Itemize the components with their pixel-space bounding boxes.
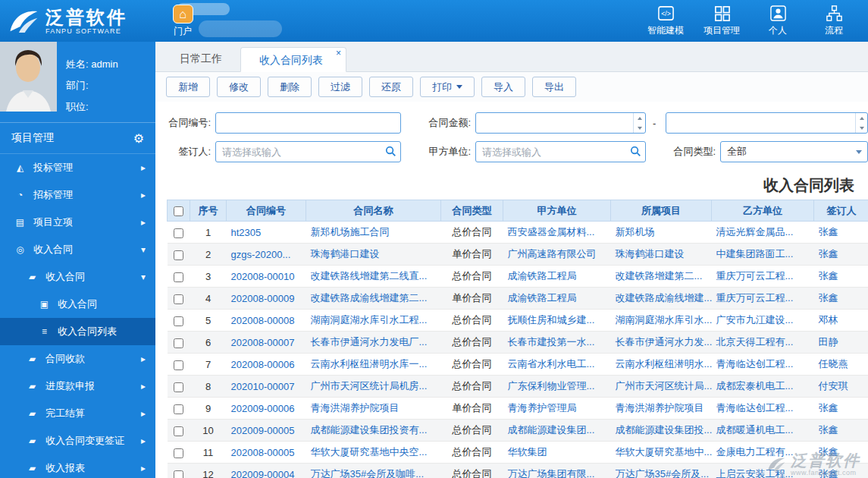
cell-link[interactable]: 改建铁路线增建第二线直... xyxy=(311,270,428,281)
cell-link[interactable]: 广安市九江建设... xyxy=(716,314,794,325)
column-header[interactable]: 乙方单位 xyxy=(712,200,814,222)
cell-link[interactable]: 改建铁路成渝线增建第二... xyxy=(311,292,428,303)
cell-link[interactable]: 202008-00009 xyxy=(231,293,295,304)
cell-link[interactable]: 重庆万可云工程... xyxy=(716,270,794,281)
cell-link[interactable]: 202008-00007 xyxy=(231,337,295,348)
row-checkbox[interactable] xyxy=(174,338,183,348)
nav-smart-modeling[interactable]: </> 智能建模 xyxy=(644,5,688,37)
restore-button[interactable]: 还原 xyxy=(369,77,413,97)
cell-link[interactable]: 湖南洞庭湖水库引水工程... xyxy=(311,314,428,325)
cell-link[interactable]: 新郑机场 xyxy=(616,226,655,237)
cell-link[interactable]: 湖南洞庭湖水库引水... xyxy=(616,314,712,325)
contract-type-select[interactable]: 全部 xyxy=(720,141,868,162)
cell-link[interactable]: 202008-00010 xyxy=(231,271,295,282)
cell-link[interactable]: 付安琪 xyxy=(819,380,848,392)
cell-link[interactable]: 张鑫 xyxy=(819,248,838,259)
gear-icon[interactable]: ⚙ xyxy=(133,131,144,146)
spinner-up-icon[interactable] xyxy=(634,113,645,123)
sidebar-item-income-contract-list[interactable]: ≡收入合同列表 xyxy=(0,318,155,345)
column-header[interactable]: 合同类型 xyxy=(441,200,503,222)
cell-link[interactable]: 成都能源建设集团投... xyxy=(616,424,712,436)
cell-link[interactable]: 成渝铁路工程局 xyxy=(508,270,577,281)
row-checkbox[interactable] xyxy=(174,294,183,304)
cell-link[interactable]: 西安盛器金属材料... xyxy=(508,226,595,237)
cell-link[interactable]: 广东保利物业管理... xyxy=(508,380,595,392)
import-button[interactable]: 导入 xyxy=(481,77,525,97)
cell-link[interactable]: 任晓燕 xyxy=(819,358,848,370)
cell-link[interactable]: 青海养护管理局 xyxy=(508,402,577,414)
cell-link[interactable]: 云南水利枢纽潜明水... xyxy=(616,358,712,370)
cell-link[interactable]: 张鑫 xyxy=(819,270,838,281)
cell-link[interactable]: 202009-00004 xyxy=(231,469,295,478)
spinner-down-icon[interactable] xyxy=(856,123,867,133)
party-a-input[interactable] xyxy=(475,141,646,162)
sidebar-item-income-contract-group[interactable]: ▰收入合同▾ xyxy=(0,263,155,291)
cell-link[interactable]: 张鑫 xyxy=(819,424,838,436)
cell-link[interactable]: 202008-00006 xyxy=(231,359,295,370)
cell-link[interactable]: ht2305 xyxy=(231,227,262,238)
cell-link[interactable]: 长春市伊通河水力发... xyxy=(616,336,712,347)
tab-daily-work[interactable]: 日常工作 xyxy=(161,46,240,71)
cell-link[interactable]: 202009-00006 xyxy=(231,403,295,414)
cell-link[interactable]: 华软大厦研究基地中... xyxy=(616,446,712,458)
cell-link[interactable]: 珠海鹤港口建设 xyxy=(311,248,380,259)
close-icon[interactable]: × xyxy=(336,49,341,58)
nav-project-management[interactable]: 项目管理 xyxy=(700,5,744,37)
cell-link[interactable]: 成都宏泰机电工... xyxy=(716,380,794,392)
signer-input[interactable] xyxy=(215,141,401,162)
tab-income-contract-list[interactable]: 收入合同列表 × xyxy=(240,47,346,72)
sidebar-item-tender-management[interactable]: ◔招标管理▸ xyxy=(0,181,155,209)
cell-link[interactable]: 广州市天河区统计局机房... xyxy=(311,380,428,392)
column-header[interactable]: 甲方单位 xyxy=(503,200,611,222)
column-header[interactable]: 序号 xyxy=(190,200,227,222)
cell-link[interactable]: 张鑫 xyxy=(819,292,838,303)
cell-link[interactable]: 张鑫 xyxy=(819,226,838,237)
contract-no-input[interactable] xyxy=(215,112,401,134)
table-row[interactable]: 4202008-00009改建铁路成渝线增建第二...单价合同成渝铁路工程局改建… xyxy=(168,288,868,310)
sidebar-item-income-contract-form[interactable]: ▣收入合同 xyxy=(0,291,155,318)
nav-personal[interactable]: 个人 xyxy=(756,5,800,37)
table-row[interactable]: 11202008-00005华软大厦研究基地中央空...总价合同华软集团华软大厦… xyxy=(168,442,868,464)
cell-link[interactable]: 成都能源建设集团... xyxy=(508,424,595,436)
print-button[interactable]: 打印 xyxy=(420,77,475,97)
table-row[interactable]: 3202008-00010改建铁路线增建第二线直...总价合同成渝铁路工程局改建… xyxy=(168,266,868,288)
spinner-up-icon[interactable] xyxy=(856,113,867,123)
cell-link[interactable]: 长春市伊通河水力发电厂... xyxy=(311,336,428,347)
sidebar-item-project-initiation[interactable]: ▤项目立项▸ xyxy=(0,209,155,236)
add-button[interactable]: 新增 xyxy=(166,77,210,97)
table-row[interactable]: 5202008-00008湖南洞庭湖水库引水工程...总价合同抚顺住房和城乡建.… xyxy=(168,310,868,332)
cell-link[interactable]: gzgs-20200... xyxy=(231,249,291,260)
edit-button[interactable]: 修改 xyxy=(217,77,261,97)
sidebar-item-completion-settlement[interactable]: ▰完工结算▸ xyxy=(0,400,155,427)
column-header[interactable]: 合同编号 xyxy=(227,200,306,222)
select-all-checkbox[interactable] xyxy=(174,206,183,216)
row-checkbox[interactable] xyxy=(174,382,183,392)
cell-link[interactable]: 张鑫 xyxy=(819,446,838,458)
cell-link[interactable]: 青海洪湖养护院项目 xyxy=(616,402,704,414)
cell-link[interactable]: 华软集团 xyxy=(508,446,547,458)
cell-link[interactable]: 202010-00007 xyxy=(231,381,295,392)
row-checkbox[interactable] xyxy=(174,228,183,238)
cell-link[interactable]: 成渝铁路工程局 xyxy=(508,292,577,303)
cell-link[interactable]: 重庆万可云工程... xyxy=(716,292,794,303)
table-row[interactable]: 10202009-00005成都能源建设集团投资有...总价合同成都能源建设集团… xyxy=(168,420,868,442)
cell-link[interactable]: 北京天得工程有... xyxy=(716,336,794,347)
row-checkbox[interactable] xyxy=(174,426,183,436)
cell-link[interactable]: 邓林 xyxy=(819,314,838,325)
cell-link[interactable]: 张鑫 xyxy=(819,402,838,414)
cell-link[interactable]: 改建铁路增建第二... xyxy=(616,270,703,281)
row-checkbox[interactable] xyxy=(174,404,183,414)
cell-link[interactable]: 青海临达创工程... xyxy=(716,402,794,414)
row-checkbox[interactable] xyxy=(174,448,183,458)
sidebar-item-income-contract[interactable]: ◎收入合同▾ xyxy=(0,236,155,263)
export-button[interactable]: 导出 xyxy=(532,77,576,97)
cell-link[interactable]: 华软大厦研究基地中央空... xyxy=(311,446,428,458)
delete-button[interactable]: 删除 xyxy=(268,77,312,97)
table-row[interactable]: 9202009-00006青海洪湖养护院项目单价合同青海养护管理局青海洪湖养护院… xyxy=(168,398,868,420)
table-row[interactable]: 12202009-00004万达广场35#会所及咖啡...总价合同万达广场集团有… xyxy=(168,464,868,478)
cell-link[interactable]: 中建集团路面工... xyxy=(716,248,794,259)
cell-link[interactable]: 田静 xyxy=(819,336,838,347)
sidebar-item-progress-payment-declare[interactable]: ▰进度款申报▸ xyxy=(0,373,155,400)
column-header[interactable]: 签订人 xyxy=(814,200,868,222)
row-checkbox[interactable] xyxy=(174,316,183,326)
